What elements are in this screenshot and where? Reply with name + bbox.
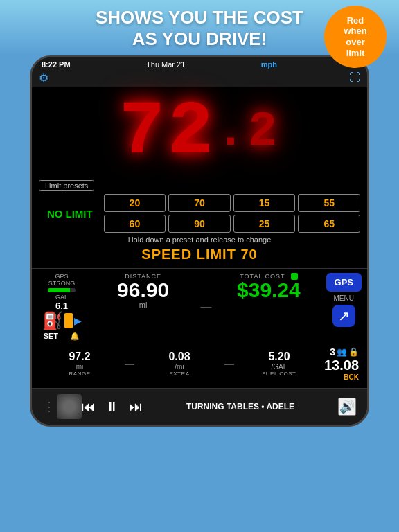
trip-count: 3: [330, 346, 335, 357]
expand-icon[interactable]: ⛶: [349, 71, 360, 85]
app-container: SHOWS YOU THE COST AS YOU DRIVE! Redwhen…: [0, 0, 399, 427]
separator-2: —: [125, 358, 134, 369]
song-title: TURNING TABLES • ADELE: [143, 402, 338, 411]
gps-button[interactable]: GPS: [326, 273, 362, 292]
time-display: 8:22 PM: [42, 60, 71, 69]
no-limit-button[interactable]: NO LIMIT: [39, 208, 101, 220]
preset-65[interactable]: 65: [298, 215, 360, 233]
status-bar: 8:22 PM Thu Mar 21 mph ≡: [32, 57, 367, 71]
preset-20[interactable]: 20: [104, 194, 166, 212]
song-info: TURNING TABLES • ADELE: [143, 402, 338, 411]
fuel-indicator: [64, 313, 73, 328]
player-controls: ⏮ ⏸ ⏭: [82, 399, 143, 415]
separator-3: —: [224, 358, 234, 369]
gps-panel: GPS STRONG GAL 6.1 ⛽ ▶ SET 🔔: [37, 273, 86, 341]
distance-unit: mi: [90, 301, 196, 309]
speedometer-display: 72.2: [32, 87, 367, 176]
extra-unit: /mi: [137, 363, 222, 371]
preset-25[interactable]: 25: [233, 215, 296, 233]
speed-limit-display: SPEED LIMIT 70: [39, 247, 360, 263]
set-button[interactable]: SET: [44, 332, 58, 341]
preset-90[interactable]: 90: [168, 215, 231, 233]
unit-display: mph: [261, 60, 277, 69]
lock-icon: 🔒: [348, 347, 359, 357]
red-limit-badge: Redwhenoverlimit: [324, 6, 387, 68]
fuel-cost-cell: 5.20 /GAL FUEL COST: [237, 351, 321, 377]
presets-grid: NO LIMIT 20 70 15 55 60 90 25 65: [39, 194, 360, 233]
speed-readout: 72.2: [39, 94, 360, 170]
volume-button[interactable]: 🔊: [338, 398, 356, 416]
gal-label: GAL: [37, 294, 86, 301]
speed-whole: 72: [119, 94, 216, 170]
share-button[interactable]: ↗: [332, 305, 355, 327]
top-banner: SHOWS YOU THE COST AS YOU DRIVE! Redwhen…: [0, 0, 399, 55]
pump-icon: ⛽: [42, 311, 63, 330]
more-dots-icon[interactable]: ⋮: [43, 399, 57, 414]
arrow-icon: ▶: [74, 315, 82, 326]
limit-presets-label: Limit presets: [39, 180, 94, 191]
phone-frame: 8:22 PM Thu Mar 21 mph ≡ ⚙ ⛶ 72.2 Limit …: [30, 55, 369, 427]
extra-label: EXTRA: [137, 371, 222, 377]
extra-value: 0.08: [137, 351, 222, 363]
fuel-cost-label: FUEL COST: [237, 371, 321, 377]
rewind-button[interactable]: ⏮: [82, 399, 96, 415]
menu-label: MENU: [334, 294, 354, 302]
gal-value: 6.1: [37, 301, 86, 311]
bell-icon[interactable]: 🔔: [70, 332, 80, 341]
extra-cell: 0.08 /mi EXTRA: [137, 351, 222, 377]
gps-label: GPS: [37, 273, 86, 280]
banner-line1: SHOWS YOU THE COST: [96, 7, 303, 28]
forward-button[interactable]: ⏭: [129, 399, 143, 415]
trip-value: 13.08: [324, 357, 359, 373]
top-nav: ⚙ ⛶: [32, 71, 367, 87]
hold-text: Hold down a preset and release to change: [39, 233, 360, 247]
preset-55[interactable]: 55: [298, 194, 360, 212]
fuel-cost-value: 5.20: [237, 351, 321, 363]
fuel-cost-unit: /GAL: [237, 363, 321, 371]
pump-row: ⛽ ▶: [37, 311, 86, 330]
player-bar: ⋮ ⏮ ⏸ ⏭ TURNING TABLES • ADELE 🔊: [32, 388, 367, 425]
top-info-row: GPS STRONG GAL 6.1 ⛽ ▶ SET 🔔: [37, 273, 362, 341]
right-buttons: GPS MENU ↗: [326, 273, 362, 327]
settings-icon[interactable]: ⚙: [39, 71, 48, 85]
gps-strength: STRONG: [37, 280, 86, 287]
range-cell: 97.2 mi RANGE: [37, 351, 122, 377]
separator-1: —: [200, 301, 211, 313]
speed-fraction: .2: [216, 108, 280, 157]
date-display: Thu Mar 21: [146, 60, 185, 69]
people-icon: 👥: [337, 347, 347, 357]
cost-value: $39.24: [215, 280, 321, 301]
distance-value: 96.90: [90, 280, 196, 301]
album-thumbnail: [57, 394, 82, 419]
preset-15[interactable]: 15: [233, 194, 296, 212]
preset-60[interactable]: 60: [104, 215, 166, 233]
preset-70[interactable]: 70: [168, 194, 231, 212]
gps-signal-bar: [48, 288, 76, 292]
cost-panel: TOTAL COST $39.24: [215, 273, 321, 301]
second-info-row: 97.2 mi RANGE — 0.08 /mi EXTRA — 5.20 /G…: [37, 344, 362, 384]
range-unit: mi: [37, 363, 122, 371]
range-label: RANGE: [37, 371, 122, 377]
info-area: GPS STRONG GAL 6.1 ⛽ ▶ SET 🔔: [32, 268, 367, 388]
banner-line2: AS YOU DRIVE!: [132, 28, 267, 49]
limit-presets-section: Limit presets NO LIMIT 20 70 15 55 60 90…: [32, 176, 367, 268]
bck-label: BCK: [324, 373, 359, 381]
share-arrow-icon: ↗: [338, 308, 350, 324]
album-art: [57, 394, 82, 419]
distance-panel: DISTANCE 96.90 mi: [90, 273, 196, 309]
pause-button[interactable]: ⏸: [105, 399, 119, 415]
set-bell-row: SET 🔔: [37, 332, 86, 341]
range-value: 97.2: [37, 351, 122, 363]
trip-panel: 3 👥 🔒 13.08 BCK: [324, 346, 362, 381]
